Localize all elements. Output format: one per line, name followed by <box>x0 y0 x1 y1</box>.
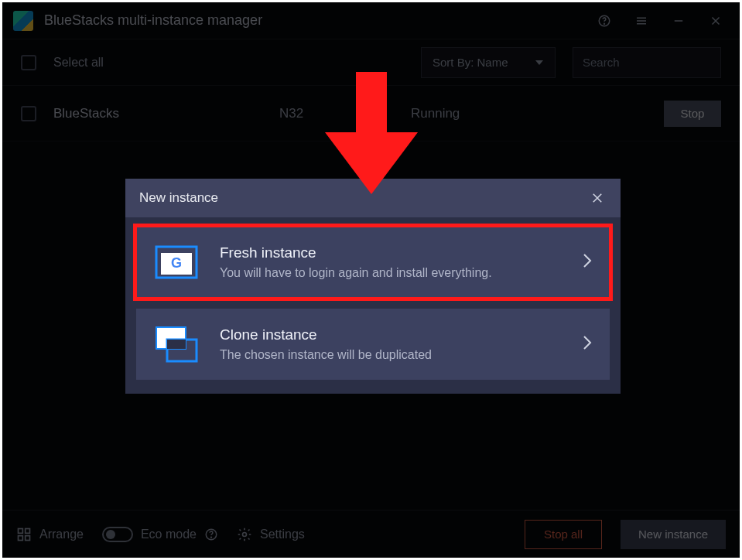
svg-rect-10 <box>19 528 23 533</box>
svg-rect-12 <box>19 535 23 540</box>
fresh-instance-option[interactable]: G Fresh instance You will have to login … <box>136 227 610 298</box>
instance-row: BlueStacks N32 Running Stop <box>2 86 740 142</box>
instance-checkbox[interactable] <box>21 106 36 121</box>
instance-arch: N32 <box>279 106 394 121</box>
option-title: Clone instance <box>220 326 562 343</box>
toggle-icon <box>102 527 133 542</box>
menu-icon[interactable] <box>628 8 655 34</box>
modal-body: G Fresh instance You will have to login … <box>125 217 621 394</box>
svg-text:G: G <box>171 255 182 271</box>
footer: Arrange Eco mode Settings Stop all New i… <box>2 510 740 558</box>
fresh-instance-icon: G <box>153 242 200 282</box>
modal-header: New instance <box>125 179 621 217</box>
modal-close-button[interactable] <box>588 189 607 207</box>
instance-stop-button[interactable]: Stop <box>664 101 721 127</box>
svg-rect-13 <box>26 535 30 540</box>
gear-icon <box>237 527 252 542</box>
chevron-right-icon <box>582 334 593 354</box>
app-logo-icon <box>13 11 33 31</box>
select-all-label: Select all <box>53 56 104 70</box>
instance-status: Running <box>411 106 647 121</box>
stop-all-button[interactable]: Stop all <box>525 520 602 549</box>
search-input[interactable] <box>583 56 730 69</box>
search-input-wrapper[interactable] <box>573 47 721 78</box>
help-icon[interactable] <box>591 8 617 34</box>
option-desc: You will have to login again and install… <box>220 266 562 280</box>
toolbar: Select all Sort By: Name <box>2 39 740 86</box>
modal-title: New instance <box>139 190 218 206</box>
app-window: BlueStacks multi-instance manager Select… <box>2 2 740 558</box>
svg-point-1 <box>604 23 605 24</box>
instance-name: BlueStacks <box>53 106 262 121</box>
chevron-down-icon <box>535 58 544 67</box>
arrange-button[interactable]: Arrange <box>16 527 84 542</box>
select-all-checkbox[interactable] <box>21 55 36 70</box>
svg-point-16 <box>242 532 246 536</box>
grid-icon <box>16 527 32 542</box>
chevron-right-icon <box>582 252 593 272</box>
option-title: Fresh instance <box>220 244 562 261</box>
arrange-label: Arrange <box>39 528 84 541</box>
eco-mode-label: Eco mode <box>141 528 197 541</box>
help-icon[interactable] <box>204 528 218 541</box>
svg-rect-24 <box>167 340 186 349</box>
eco-mode-toggle[interactable]: Eco mode <box>102 527 218 542</box>
clone-instance-option[interactable]: Clone instance The chosen instance will … <box>136 309 610 380</box>
settings-button[interactable]: Settings <box>237 527 305 542</box>
sort-by-dropdown[interactable]: Sort By: Name <box>421 47 556 78</box>
clone-instance-icon <box>153 324 200 364</box>
minimize-icon[interactable] <box>665 8 692 34</box>
new-instance-modal: New instance G Fresh instance You will h… <box>125 179 621 394</box>
option-desc: The chosen instance will be duplicated <box>220 348 562 362</box>
svg-point-15 <box>211 537 212 538</box>
titlebar: BlueStacks multi-instance manager <box>2 2 740 39</box>
window-title: BlueStacks multi-instance manager <box>44 12 580 29</box>
close-icon[interactable] <box>703 8 729 34</box>
new-instance-button[interactable]: New instance <box>621 520 726 549</box>
sort-by-label: Sort By: Name <box>433 56 508 69</box>
svg-rect-11 <box>26 528 30 533</box>
settings-label: Settings <box>260 528 305 541</box>
